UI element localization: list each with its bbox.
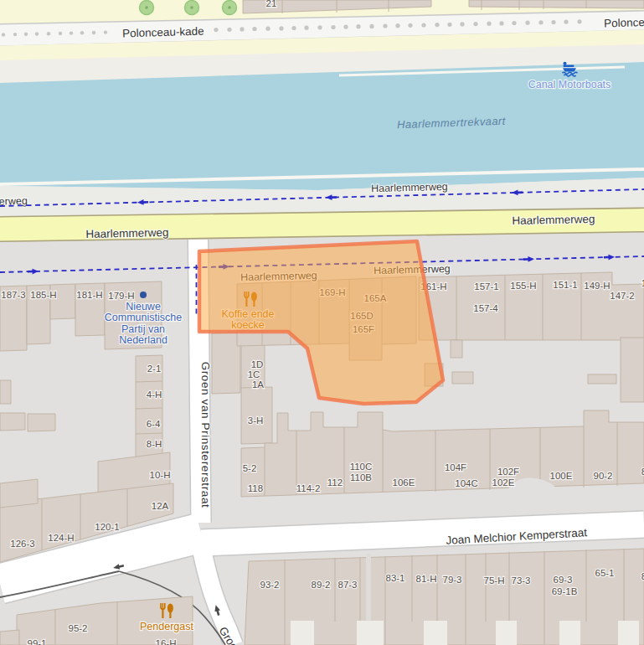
svg-text:104C: 104C: [455, 478, 478, 488]
svg-text:151-1: 151-1: [553, 280, 577, 290]
svg-text:118: 118: [248, 483, 263, 493]
svg-text:3-H: 3-H: [248, 415, 264, 426]
svg-text:5-2: 5-2: [243, 463, 257, 473]
svg-text:6-4: 6-4: [147, 419, 161, 429]
svg-text:69-1B: 69-1B: [552, 586, 578, 596]
svg-text:Nederland: Nederland: [119, 334, 167, 346]
svg-text:124-H: 124-H: [48, 533, 74, 543]
svg-text:Polonceau-kade: Polonceau-kade: [122, 25, 204, 40]
svg-text:Communistische: Communistische: [105, 312, 182, 323]
svg-text:157-1: 157-1: [474, 281, 498, 292]
svg-text:114-2: 114-2: [296, 483, 321, 493]
svg-text:126-3: 126-3: [10, 539, 34, 549]
svg-text:89-2: 89-2: [311, 580, 330, 590]
svg-text:110C: 110C: [350, 462, 373, 472]
svg-text:4-H: 4-H: [147, 390, 162, 400]
svg-text:147-2: 147-2: [610, 291, 634, 301]
svg-text:8-H: 8-H: [147, 439, 162, 449]
svg-text:106E: 106E: [393, 477, 415, 488]
svg-text:Canal Motorboats: Canal Motorboats: [528, 79, 611, 90]
svg-text:16-H: 16-H: [156, 638, 177, 645]
svg-text:2-1: 2-1: [147, 364, 162, 374]
svg-text:90-2: 90-2: [593, 471, 612, 481]
svg-text:179-H: 179-H: [108, 291, 134, 301]
svg-text:112: 112: [327, 477, 343, 488]
svg-text:Groen van Prinstererstraat: Groen van Prinstererstraat: [199, 362, 212, 508]
svg-text:181-H: 181-H: [76, 290, 102, 300]
svg-text:110B: 110B: [350, 472, 372, 482]
svg-text:100E: 100E: [550, 471, 573, 481]
svg-text:149-H: 149-H: [584, 281, 610, 291]
svg-text:102E: 102E: [492, 477, 515, 488]
svg-text:157-4: 157-4: [473, 303, 498, 313]
svg-text:Haarlemmerweg: Haarlemmerweg: [512, 213, 595, 227]
svg-text:79-3: 79-3: [442, 575, 461, 585]
svg-text:Haarlemmerweg: Haarlemmerweg: [85, 226, 168, 240]
svg-text:1A: 1A: [252, 379, 264, 390]
svg-text:75-H: 75-H: [484, 575, 505, 586]
svg-text:81-H: 81-H: [416, 574, 437, 584]
svg-text:69-3: 69-3: [553, 575, 572, 585]
svg-text:87-3: 87-3: [337, 580, 357, 590]
svg-text:102F: 102F: [497, 467, 519, 477]
svg-text:73-3: 73-3: [511, 575, 530, 586]
svg-text:65-1: 65-1: [595, 568, 614, 578]
svg-text:Partij van: Partij van: [121, 323, 165, 335]
svg-text:185-H: 185-H: [30, 290, 56, 300]
svg-text:21: 21: [266, 0, 277, 8]
svg-text:Haarlemmerweg: Haarlemmerweg: [371, 181, 448, 194]
svg-text:Polonceau-kade: Polonceau-kade: [604, 15, 644, 30]
svg-text:10-H: 10-H: [150, 470, 171, 480]
svg-text:93-2: 93-2: [260, 580, 279, 590]
svg-text:104F: 104F: [445, 462, 466, 472]
svg-text:12A: 12A: [152, 501, 169, 511]
svg-text:1D: 1D: [251, 359, 264, 369]
svg-text:83-1: 83-1: [385, 573, 404, 583]
svg-text:1C: 1C: [248, 369, 260, 379]
svg-text:187-3: 187-3: [1, 290, 25, 300]
svg-text:99-1: 99-1: [27, 638, 46, 645]
svg-text:120-1: 120-1: [95, 522, 119, 532]
svg-text:Pendergast: Pendergast: [140, 621, 193, 632]
svg-text:95-2: 95-2: [68, 623, 87, 633]
svg-text:Nieuwe: Nieuwe: [126, 301, 161, 312]
svg-text:155-H: 155-H: [510, 281, 536, 291]
